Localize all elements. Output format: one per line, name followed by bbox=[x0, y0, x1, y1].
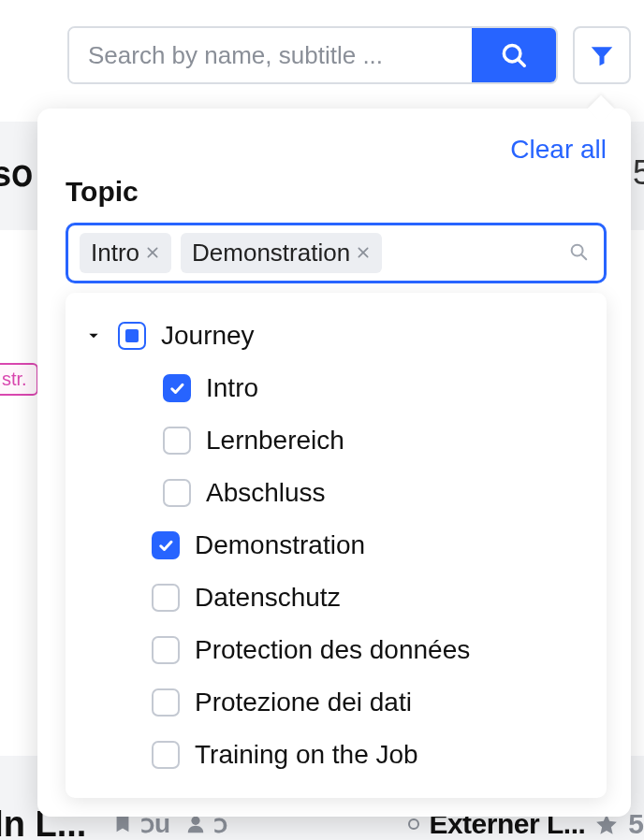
chip-label: Intro bbox=[91, 239, 139, 268]
tree-item-label: Training on the Job bbox=[195, 740, 418, 770]
checkbox-unchecked[interactable] bbox=[152, 688, 180, 717]
tree-item-abschluss[interactable]: Abschluss bbox=[84, 467, 588, 519]
chip-demonstration: Demonstration bbox=[181, 233, 382, 273]
tree-item-protezione-it[interactable]: Protezione dei dati bbox=[84, 676, 588, 729]
check-icon bbox=[168, 380, 185, 397]
checkbox-checked[interactable] bbox=[163, 374, 191, 402]
filter-button[interactable] bbox=[573, 26, 631, 84]
filter-section-title: Topic bbox=[66, 176, 607, 208]
chip-intro: Intro bbox=[80, 233, 171, 273]
tree-item-training-job[interactable]: Training on the Job bbox=[84, 729, 588, 781]
tree-item-label: Abschluss bbox=[206, 478, 326, 508]
tree-item-label: Intro bbox=[206, 373, 258, 403]
chip-remove-icon[interactable] bbox=[356, 243, 371, 264]
checkbox-unchecked[interactable] bbox=[152, 584, 180, 612]
tree-item-label: Protection des données bbox=[195, 635, 470, 665]
topic-chip-input[interactable]: Intro Demonstration bbox=[66, 223, 607, 283]
search-icon bbox=[500, 41, 528, 69]
tree-item-protection-fr[interactable]: Protection des données bbox=[84, 624, 588, 676]
tree-item-demonstration[interactable]: Demonstration bbox=[84, 519, 588, 572]
filter-popover: Clear all Topic Intro Demonstration bbox=[37, 109, 631, 817]
chip-search-icon bbox=[568, 241, 589, 266]
svg-line-8 bbox=[581, 254, 586, 259]
tree-item-journey[interactable]: Journey bbox=[84, 310, 588, 362]
search-button[interactable] bbox=[472, 28, 556, 82]
chip-label: Demonstration bbox=[192, 239, 350, 268]
check-icon bbox=[157, 537, 174, 554]
tree-item-label: Protezione dei dati bbox=[195, 688, 412, 717]
funnel-icon bbox=[588, 41, 616, 69]
checkbox-unchecked[interactable] bbox=[163, 427, 191, 455]
checkbox-indeterminate[interactable] bbox=[118, 322, 146, 350]
topic-tree: Journey Intro Lernbereich Abschluss Demo… bbox=[66, 293, 607, 798]
checkbox-checked[interactable] bbox=[152, 531, 180, 559]
svg-point-0 bbox=[192, 816, 200, 824]
checkbox-unchecked[interactable] bbox=[163, 479, 191, 507]
tree-item-datenschutz[interactable]: Datenschutz bbox=[84, 572, 588, 624]
checkbox-unchecked[interactable] bbox=[152, 636, 180, 664]
checkbox-unchecked[interactable] bbox=[152, 741, 180, 769]
tree-item-label: Demonstration bbox=[195, 530, 365, 560]
search-input[interactable] bbox=[69, 28, 472, 82]
bg-count-fragment: 5 bbox=[633, 153, 644, 193]
clear-all-link[interactable]: Clear all bbox=[510, 135, 607, 164]
status-dot-icon bbox=[408, 818, 419, 830]
bg-tag-fragment: str. bbox=[0, 363, 38, 396]
tree-item-intro[interactable]: Intro bbox=[84, 362, 588, 414]
search-combo bbox=[67, 26, 558, 84]
bg-card-title-fragment: ɔsᴏ bbox=[0, 153, 33, 195]
svg-line-2 bbox=[519, 60, 524, 65]
tree-item-label: Journey bbox=[161, 321, 255, 351]
tree-item-label: Lernbereich bbox=[206, 426, 344, 456]
chip-remove-icon[interactable] bbox=[145, 243, 160, 264]
tree-item-lernbereich[interactable]: Lernbereich bbox=[84, 414, 588, 467]
expand-toggle-icon[interactable] bbox=[84, 329, 103, 342]
tree-item-label: Datenschutz bbox=[195, 583, 341, 613]
